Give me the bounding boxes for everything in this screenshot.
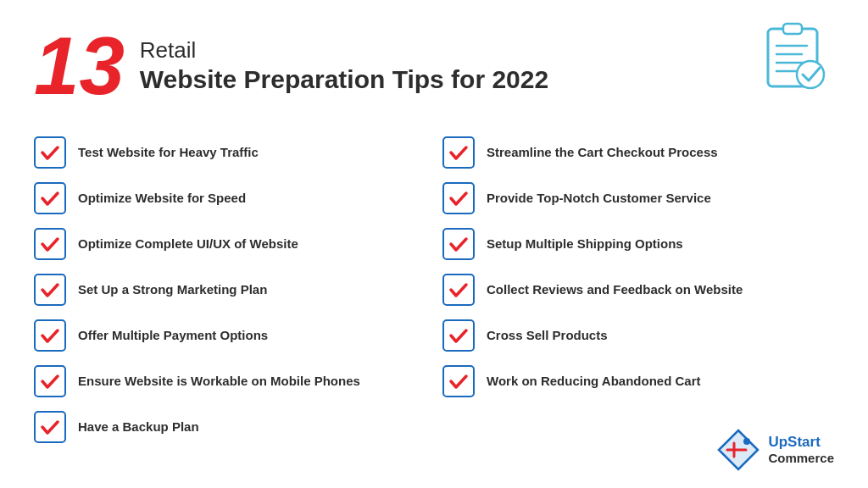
list-item: Test Website for Heavy Traffic (34, 130, 426, 175)
checkbox (34, 136, 66, 169)
checkbox (34, 411, 66, 443)
svg-point-9 (743, 438, 750, 445)
checkbox (34, 182, 66, 214)
list-item: Have a Backup Plan (34, 405, 426, 449)
list-item: Work on Reducing Abandoned Cart (442, 359, 834, 403)
check-label: Optimize Complete UI/UX of Website (78, 236, 298, 252)
check-label: Collect Reviews and Feedback on Website (487, 281, 743, 298)
checkbox (34, 228, 66, 260)
check-label: Optimize Website for Speed (78, 190, 246, 207)
clipboard-icon (758, 17, 834, 93)
check-label: Streamline the Cart Checkout Process (487, 144, 718, 161)
check-label: Cross Sell Products (487, 327, 608, 344)
list-item: Ensure Website is Workable on Mobile Pho… (34, 359, 426, 403)
page-container: 13 Retail Website Preparation Tips for 2… (0, 0, 868, 488)
svg-rect-1 (783, 24, 802, 34)
right-column: Streamline the Cart Checkout Process Pro… (442, 130, 834, 449)
list-item: Cross Sell Products (442, 313, 834, 358)
list-item: Streamline the Cart Checkout Process (442, 130, 834, 175)
logo-diamond-icon (715, 427, 761, 473)
checkbox (442, 136, 475, 169)
list-item: Setup Multiple Shipping Options (442, 222, 834, 266)
check-label: Test Website for Heavy Traffic (78, 144, 259, 161)
checkbox (34, 274, 66, 306)
header: 13 Retail Website Preparation Tips for 2… (34, 25, 834, 107)
checkbox (442, 228, 475, 260)
list-item: Optimize Website for Speed (34, 176, 426, 220)
title-main: Website Preparation Tips for 2022 (140, 64, 548, 95)
title-block: Retail Website Preparation Tips for 2022 (140, 37, 548, 94)
list-item: Offer Multiple Payment Options (34, 313, 426, 358)
checkbox (442, 182, 475, 214)
check-label: Have a Backup Plan (78, 419, 199, 435)
list-item: Optimize Complete UI/UX of Website (34, 222, 426, 266)
logo-commerce: Commerce (768, 451, 834, 466)
check-label: Offer Multiple Payment Options (78, 327, 268, 344)
checkbox (442, 365, 475, 397)
check-label: Provide Top-Notch Customer Service (487, 190, 711, 207)
checkbox (442, 319, 475, 352)
logo-text: UpStart Commerce (768, 434, 834, 466)
list-item: Set Up a Strong Marketing Plan (34, 268, 426, 312)
title-retail: Retail (140, 37, 548, 64)
logo-upstart: UpStart (768, 434, 834, 451)
checklist-area: Test Website for Heavy Traffic Optimize … (34, 130, 834, 449)
list-item: Collect Reviews and Feedback on Website (442, 268, 834, 312)
logo-area: UpStart Commerce (715, 427, 834, 473)
check-label: Ensure Website is Workable on Mobile Pho… (78, 373, 360, 390)
check-label: Setup Multiple Shipping Options (487, 236, 683, 252)
check-label: Set Up a Strong Marketing Plan (78, 281, 267, 298)
svg-point-6 (797, 61, 824, 88)
checkbox (442, 274, 475, 306)
checkbox (34, 319, 66, 352)
list-item: Provide Top-Notch Customer Service (442, 176, 834, 220)
left-column: Test Website for Heavy Traffic Optimize … (34, 130, 426, 449)
number-13: 13 (34, 25, 125, 107)
checkbox (34, 365, 66, 397)
check-label: Work on Reducing Abandoned Cart (487, 373, 701, 390)
